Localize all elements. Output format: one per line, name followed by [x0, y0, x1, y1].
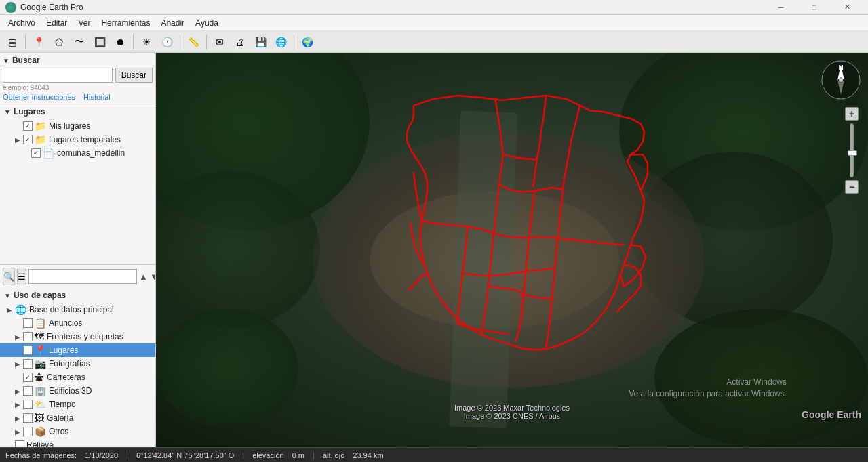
checkbox-carreteras[interactable]: ✓	[23, 373, 33, 382]
checkbox-galeria[interactable]	[23, 413, 33, 423]
places-panel-title[interactable]: ▼ Lugares	[0, 104, 155, 119]
menu-anadir[interactable]: Añadir	[155, 17, 190, 29]
nav-down-button[interactable]: ▼	[150, 269, 156, 284]
historical-button[interactable]: 🕐	[157, 33, 176, 51]
expander-galeria: ▶	[15, 415, 23, 422]
maximize-button[interactable]: □	[799, 0, 829, 15]
tree-item-galeria[interactable]: ▶ 🖼 Galería	[0, 411, 155, 425]
tree-item-edificios[interactable]: ▶ 🏢 Edificios 3D	[0, 384, 155, 398]
tree-item-anuncios[interactable]: 📋 Anuncios	[0, 316, 155, 330]
toolbar-separator-3	[180, 35, 180, 49]
sidebar-toggle-button[interactable]: ▤	[3, 33, 22, 51]
image-overlay-button[interactable]: 🔲	[90, 33, 109, 51]
get-directions-link[interactable]: Obtener instrucciones	[3, 93, 75, 101]
checkbox-lugares-temporales[interactable]: ✓	[23, 135, 33, 144]
sun-button[interactable]: ☀	[137, 33, 156, 51]
close-button[interactable]: ✕	[832, 0, 863, 15]
earth-button[interactable]: 🌍	[298, 33, 317, 51]
tree-item-tiempo[interactable]: ▶ ⛅ Tiempo	[0, 398, 155, 411]
tree-item-fotografias[interactable]: ▶ 📷 Fotografías	[0, 357, 155, 371]
sidebar-search-input[interactable]	[28, 269, 137, 284]
web-button[interactable]: 🌐	[271, 33, 290, 51]
tree-item-mis-lugares[interactable]: ✓ 📁 Mis lugares	[0, 119, 155, 133]
checkbox-relieve[interactable]	[15, 440, 24, 447]
elevation-value: 0 m	[292, 451, 304, 459]
path-button[interactable]: 〜	[70, 33, 89, 51]
search-links: Obtener instrucciones Historial	[3, 93, 153, 101]
tree-item-carreteras[interactable]: ✓ 🛣 Carreteras	[0, 371, 155, 384]
placemark-button[interactable]: 📍	[29, 33, 48, 51]
tree-item-relieve[interactable]: Relieve	[0, 438, 155, 447]
zoom-slider[interactable]	[850, 123, 854, 177]
checkbox-comunas[interactable]: ✓	[31, 148, 41, 158]
nav-up-button[interactable]: ▲	[139, 269, 148, 284]
save-image-button[interactable]: 💾	[251, 33, 270, 51]
checkbox-mis-lugares[interactable]: ✓	[23, 121, 33, 131]
tree-item-otros[interactable]: ▶ 📦 Otros	[0, 425, 155, 438]
checkbox-fotos[interactable]	[23, 359, 33, 369]
carreteras-label: Carreteras	[47, 373, 85, 382]
menu-ver[interactable]: Ver	[73, 17, 96, 29]
ruler-button[interactable]: 📏	[184, 33, 203, 51]
elevation-label: elevación	[252, 451, 283, 459]
expander-otros: ▶	[15, 428, 23, 436]
tiempo-icon: ⛅	[35, 399, 46, 410]
menu-editar[interactable]: Editar	[41, 17, 73, 29]
checkbox-lugares[interactable]: ✓	[23, 345, 33, 355]
date-value: 1/10/2020	[85, 451, 118, 459]
anuncios-icon: 📋	[35, 318, 46, 329]
minimize-button[interactable]: ─	[766, 0, 796, 15]
sidebar-search-icon-btn[interactable]: 🔍	[3, 268, 15, 285]
checkbox-fronteras[interactable]	[23, 332, 33, 341]
record-tour-button[interactable]: ⏺	[111, 33, 130, 51]
zoom-thumb[interactable]	[848, 150, 857, 156]
tree-item-base-datos[interactable]: ▶ 🌐 Base de datos principal	[0, 303, 155, 316]
folder-icon: 📁	[35, 121, 46, 131]
main-content: ▼ Buscar Buscar ejemplo: 94043 Obtener i…	[0, 53, 868, 447]
comunas-label: comunas_medellin	[57, 148, 125, 158]
expander-base: ▶	[7, 306, 15, 314]
edificios-icon: 🏢	[35, 385, 46, 396]
title-bar: Google Earth Pro ─ □ ✕	[0, 0, 868, 15]
sidebar-search-bar: 🔍 ☰ ▲ ▼	[0, 264, 155, 288]
layer-icon: 📄	[43, 148, 54, 159]
window-controls: ─ □ ✕	[766, 0, 863, 15]
search-button[interactable]: Buscar	[115, 68, 153, 83]
search-panel: ▼ Buscar Buscar ejemplo: 94043 Obtener i…	[0, 53, 155, 104]
fotografias-label: Fotografías	[49, 359, 90, 369]
email-button[interactable]: ✉	[210, 33, 229, 51]
history-link[interactable]: Historial	[83, 93, 111, 101]
expander-edificios: ▶	[15, 387, 23, 395]
galeria-icon: 🖼	[35, 413, 44, 423]
checkbox-tiempo[interactable]	[23, 400, 33, 409]
date-label: Fechas de imágenes:	[5, 451, 77, 459]
places-panel: ▼ Lugares ✓ 📁 Mis lugares ▶ ✓ 📁 Lugares …	[0, 104, 155, 264]
polygon-button[interactable]: ⬠	[50, 33, 68, 51]
zoom-in-button[interactable]: +	[845, 107, 859, 121]
layers-title-label: Uso de capas	[14, 291, 66, 300]
search-arrow-icon: ▼	[3, 57, 9, 64]
search-input[interactable]	[3, 68, 113, 83]
eye-alt-label: alt. ojo	[323, 451, 344, 459]
tree-item-fronteras[interactable]: ▶ 🗺 Fronteras y etiquetas	[0, 330, 155, 343]
menu-archivo[interactable]: Archivo	[3, 17, 41, 29]
search-hint: ejemplo: 94043	[3, 84, 153, 91]
layers-panel-title[interactable]: ▼ Uso de capas	[0, 288, 155, 303]
coordinates-display: 6°12'42.84" N 75°28'17.50" O	[136, 451, 234, 459]
print-button[interactable]: 🖨	[231, 33, 250, 51]
tree-item-lugares-temporales[interactable]: ▶ ✓ 📁 Lugares temporales	[0, 133, 155, 146]
checkbox-anuncios[interactable]	[23, 318, 33, 328]
carreteras-icon: 🛣	[35, 372, 44, 383]
toolbar-separator-1	[25, 35, 26, 49]
checkbox-edificios[interactable]	[23, 386, 33, 396]
sidebar-list-icon-btn[interactable]: ☰	[17, 268, 26, 285]
tree-item-comunas[interactable]: ✓ 📄 comunas_medellin	[0, 146, 155, 160]
menu-ayuda[interactable]: Ayuda	[190, 17, 224, 29]
checkbox-otros[interactable]	[23, 427, 33, 436]
menu-herramientas[interactable]: Herramientas	[96, 17, 155, 29]
zoom-out-button[interactable]: −	[845, 180, 859, 194]
search-panel-title[interactable]: ▼ Buscar	[3, 56, 153, 65]
folder-icon-2: 📁	[35, 134, 46, 145]
tree-item-lugares[interactable]: ✓ 📍 Lugares	[0, 343, 155, 357]
map-area[interactable]: N + − Image © 2023 Maxar Technologies Im…	[156, 53, 868, 447]
